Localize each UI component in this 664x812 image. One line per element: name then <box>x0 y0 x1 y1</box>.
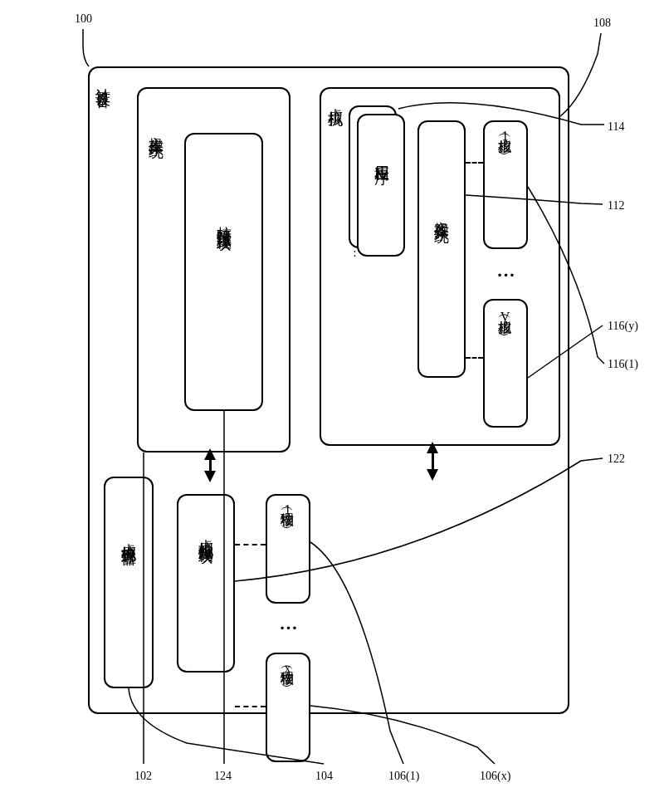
ref-116-y: 116(y) <box>608 320 638 333</box>
diagram-root: 计算设备 主操作系统 核特征跟踪模块 虚拟机 应用程序 客操作系统 虚拟核（1）… <box>0 0 664 812</box>
ref-116-1: 116(1) <box>608 358 638 371</box>
ref-124: 124 <box>214 770 232 783</box>
leaders-svg <box>0 0 664 812</box>
ref-106-x: 106(x) <box>480 770 510 783</box>
ref-114: 114 <box>608 120 624 134</box>
ref-102: 102 <box>134 770 152 783</box>
ref-104: 104 <box>315 770 333 783</box>
ref-100: 100 <box>75 12 92 26</box>
ref-112: 112 <box>608 199 624 213</box>
ref-108: 108 <box>593 17 611 30</box>
ref-122: 122 <box>608 452 625 466</box>
ref-106-1: 106(1) <box>388 770 419 783</box>
